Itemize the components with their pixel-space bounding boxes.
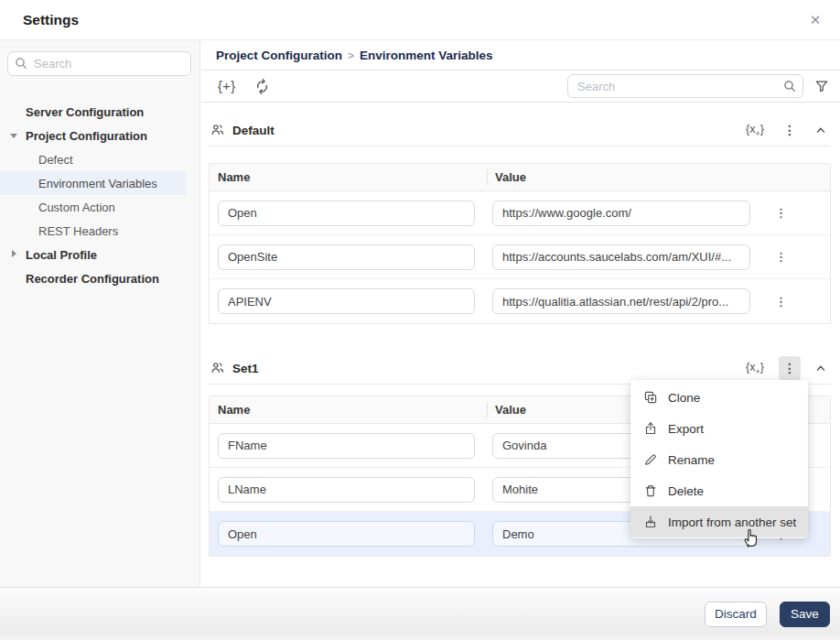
menu-item-rename[interactable]: Rename xyxy=(630,444,808,475)
section-name: Default xyxy=(232,124,275,137)
env-table-default: Name Value ⋮ ⋮ ⋮ xyxy=(209,163,831,324)
menu-item-label: Delete xyxy=(668,484,704,498)
menu-item-import-from-another-set[interactable]: Import from another set xyxy=(630,506,808,537)
sidebar-item-rest-headers[interactable]: REST Headers xyxy=(0,219,199,243)
sidebar-item-project-configuration[interactable]: Project Configuration xyxy=(0,124,199,147)
dialog-header: Settings ✕ xyxy=(0,0,840,40)
breadcrumb-parent[interactable]: Project Configuration xyxy=(216,49,342,62)
filter-button[interactable] xyxy=(814,79,829,93)
settings-dialog: Settings ✕ Server Configuration Project … xyxy=(0,0,840,640)
column-header-value: Value xyxy=(487,164,760,190)
refresh-button[interactable] xyxy=(254,79,270,94)
rename-icon xyxy=(643,452,658,467)
table-row: ⋮ xyxy=(210,235,830,279)
menu-item-label: Rename xyxy=(668,453,715,467)
row-menu-button[interactable]: ⋮ xyxy=(775,295,787,309)
clone-icon xyxy=(643,390,658,405)
section-header-default: Default {x+} ⋮ xyxy=(209,114,831,146)
table-header: Name Value xyxy=(210,164,830,191)
import-icon xyxy=(643,515,658,529)
caret-down-icon xyxy=(10,134,17,138)
variables-search-input[interactable] xyxy=(567,74,803,98)
sidebar-item-server-configuration[interactable]: Server Configuration xyxy=(0,100,199,124)
search-icon xyxy=(15,57,27,70)
name-input[interactable] xyxy=(218,244,475,270)
add-set-button[interactable]: {+} xyxy=(218,79,236,93)
value-input[interactable] xyxy=(492,288,750,314)
env-toolbar: {+} xyxy=(201,71,840,103)
section-menu-button[interactable]: ⋮ xyxy=(779,118,801,142)
filter-icon xyxy=(814,79,829,93)
sidebar-item-label: Custom Action xyxy=(38,201,115,214)
menu-item-label: Clone xyxy=(668,391,700,405)
section-menu-button[interactable]: ⋮ xyxy=(779,356,801,380)
sidebar-item-label: Environment Variables xyxy=(38,177,157,190)
sidebar-item-local-profile[interactable]: Local Profile xyxy=(0,243,199,266)
sidebar-item-label: Defect xyxy=(38,153,73,167)
chevron-up-icon xyxy=(815,363,826,374)
column-header-name: Name xyxy=(210,164,487,190)
page-title: Settings xyxy=(23,12,79,28)
section-title: Default xyxy=(209,123,275,137)
sync-icon xyxy=(255,79,269,93)
name-input[interactable] xyxy=(218,201,475,226)
menu-item-delete[interactable]: Delete xyxy=(630,475,808,506)
breadcrumb-current: Environment Variables xyxy=(360,49,493,62)
add-variable-button[interactable]: {x+} xyxy=(746,361,764,376)
column-header-name: Name xyxy=(210,396,487,423)
name-input[interactable] xyxy=(218,433,475,459)
column-header-actions xyxy=(760,164,830,190)
section-name: Set1 xyxy=(232,362,259,375)
dialog-footer: Discard Save xyxy=(0,587,840,640)
name-input[interactable] xyxy=(218,477,475,503)
search-icon xyxy=(783,80,796,92)
settings-sidebar: Server Configuration Project Configurati… xyxy=(0,40,200,587)
sidebar-item-label: REST Headers xyxy=(38,224,118,238)
row-menu-button[interactable]: ⋮ xyxy=(775,206,787,220)
menu-item-label: Import from another set xyxy=(668,515,796,529)
variables-search xyxy=(567,74,803,98)
sidebar-item-environment-variables[interactable]: Environment Variables xyxy=(0,171,186,195)
table-row: ⋮ xyxy=(210,279,830,323)
caret-right-icon xyxy=(12,250,16,257)
delete-icon xyxy=(643,483,658,498)
sidebar-item-recorder-configuration[interactable]: Recorder Configuration xyxy=(0,266,199,290)
sidebar-nav: Server Configuration Project Configurati… xyxy=(0,100,199,290)
row-menu-button[interactable]: ⋮ xyxy=(775,250,787,264)
discard-button[interactable]: Discard xyxy=(705,602,767,627)
sidebar-item-label: Local Profile xyxy=(26,248,97,262)
sidebar-item-label: Recorder Configuration xyxy=(26,272,159,286)
group-icon xyxy=(210,123,225,137)
chevron-up-icon xyxy=(815,125,826,136)
breadcrumb-separator: > xyxy=(348,49,354,62)
cursor-pointer xyxy=(739,525,763,550)
sidebar-item-label: Project Configuration xyxy=(26,129,147,143)
context-menu: Clone Export Rename xyxy=(630,380,808,538)
name-input[interactable] xyxy=(218,288,475,314)
section-title: Set1 xyxy=(209,361,259,375)
menu-item-export[interactable]: Export xyxy=(630,413,808,444)
menu-item-label: Export xyxy=(668,422,704,436)
add-variable-button[interactable]: {x+} xyxy=(746,123,764,138)
collapse-button[interactable] xyxy=(815,125,826,136)
close-icon[interactable]: ✕ xyxy=(805,10,825,30)
menu-item-clone[interactable]: Clone xyxy=(630,382,808,413)
sidebar-search-input[interactable] xyxy=(7,51,191,76)
sidebar-item-defect[interactable]: Defect xyxy=(0,147,199,171)
collapse-button[interactable] xyxy=(815,363,826,374)
section-actions: {x+} ⋮ xyxy=(746,118,831,142)
table-row: ⋮ xyxy=(210,191,830,235)
export-icon xyxy=(643,421,658,436)
value-input[interactable] xyxy=(492,244,750,270)
group-icon xyxy=(210,361,225,375)
sidebar-search xyxy=(7,51,191,76)
sidebar-item-label: Server Configuration xyxy=(26,105,144,119)
section-actions: {x+} ⋮ xyxy=(746,356,831,380)
breadcrumb: Project Configuration > Environment Vari… xyxy=(201,40,840,71)
save-button[interactable]: Save xyxy=(780,602,830,627)
sidebar-item-custom-action[interactable]: Custom Action xyxy=(0,195,199,219)
value-input[interactable] xyxy=(492,201,750,226)
name-input[interactable] xyxy=(218,521,475,547)
